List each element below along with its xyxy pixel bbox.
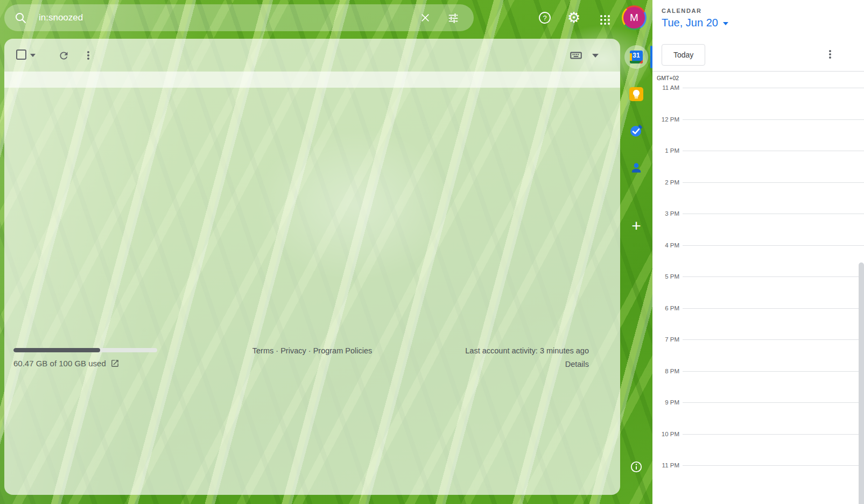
hour-label: 4 PM xyxy=(652,242,679,249)
hour-label: 9 PM xyxy=(652,399,679,406)
date-dropdown-caret xyxy=(723,22,728,25)
search-bar[interactable] xyxy=(4,4,474,31)
hour-label: 3 PM xyxy=(652,210,679,217)
hour-gridline xyxy=(683,182,864,183)
hour-label: 2 PM xyxy=(652,179,679,186)
clear-search-icon[interactable] xyxy=(415,7,436,29)
link-separator: · xyxy=(308,346,313,355)
hour-gridline xyxy=(683,214,864,214)
hour-gridline xyxy=(683,151,864,151)
activity-details-link[interactable]: Details xyxy=(565,360,589,368)
add-side-panel-app-button[interactable]: + xyxy=(624,214,648,238)
hour-label: 7 PM xyxy=(652,336,679,343)
more-options-icon[interactable] xyxy=(81,48,96,63)
empty-search-result-row xyxy=(4,72,620,88)
hour-label: 11 PM xyxy=(652,462,679,468)
storage-usage-text: 60.47 GB of 100 GB used xyxy=(13,359,106,368)
link-separator: · xyxy=(276,346,280,355)
hour-label: 1 PM xyxy=(652,147,679,154)
side-panel-info-icon[interactable] xyxy=(624,455,648,479)
select-dropdown-caret[interactable] xyxy=(30,54,36,57)
hour-gridline xyxy=(683,465,864,466)
svg-text:?: ? xyxy=(543,14,546,22)
hour-label: 10 PM xyxy=(652,431,679,437)
gmail-window: ? ⚙ M 60.47 GB of 100 GB xyxy=(0,0,864,504)
google-calendar-icon: 31 xyxy=(630,51,643,63)
mail-list-card: 60.47 GB of 100 GB used Terms · Privacy … xyxy=(4,39,620,495)
search-icon xyxy=(14,11,27,24)
storage-open-in-new-icon[interactable] xyxy=(110,359,120,368)
mail-toolbar xyxy=(4,39,620,72)
panel-scrollbar-thumb[interactable] xyxy=(859,262,864,504)
calendar-date-label: Tue, Jun 20 xyxy=(662,17,718,29)
google-tasks-icon xyxy=(629,123,644,138)
hour-label: 6 PM xyxy=(652,305,679,311)
panel-title: CALENDAR xyxy=(662,8,702,14)
keep-panel-icon[interactable] xyxy=(624,82,648,106)
calendar-options-kebab-icon[interactable] xyxy=(824,48,837,61)
privacy-link[interactable]: Privacy xyxy=(280,346,306,355)
calendar-panel-icon[interactable]: 31 xyxy=(624,45,648,69)
google-keep-icon xyxy=(629,87,643,101)
hour-gridline xyxy=(683,308,864,309)
hour-gridline xyxy=(683,119,864,120)
settings-gear-icon[interactable]: ⚙ xyxy=(563,7,585,29)
hour-gridline xyxy=(683,402,864,403)
hour-gridline xyxy=(683,371,864,372)
hour-gridline xyxy=(683,88,864,88)
timezone-box: GMT+02 xyxy=(652,72,691,85)
last-account-activity-text: Last account activity: 3 minutes ago xyxy=(465,346,589,355)
search-input[interactable] xyxy=(39,12,415,23)
side-panel-icon-strip: 31 + xyxy=(620,0,652,504)
hour-label: 5 PM xyxy=(652,273,679,280)
search-options-tune-icon[interactable] xyxy=(442,7,464,29)
hour-label: 11 AM xyxy=(652,84,679,91)
google-apps-grid-icon[interactable] xyxy=(592,7,614,29)
google-contacts-icon xyxy=(629,161,643,175)
program-policies-link[interactable]: Program Policies xyxy=(313,346,373,355)
timezone-label: GMT+02 xyxy=(657,75,679,81)
calendar-date-selector[interactable]: Tue, Jun 20 xyxy=(662,17,728,29)
contacts-panel-icon[interactable] xyxy=(624,156,648,180)
refresh-icon[interactable] xyxy=(56,48,71,63)
terms-link[interactable]: Terms xyxy=(252,346,273,355)
input-tools-caret[interactable] xyxy=(592,54,599,58)
hour-gridline xyxy=(683,276,864,277)
input-tools-keyboard-icon[interactable] xyxy=(568,48,584,63)
hour-label: 12 PM xyxy=(652,116,679,123)
hour-gridline xyxy=(683,434,864,435)
tasks-panel-icon[interactable] xyxy=(624,119,648,143)
calendar-side-panel: CALENDAR Tue, Jun 20 Today 11 AM xyxy=(652,0,864,504)
help-icon[interactable]: ? xyxy=(534,7,556,29)
hour-gridline xyxy=(683,245,864,246)
hour-label: 8 PM xyxy=(652,368,679,374)
today-button[interactable]: Today xyxy=(662,44,705,66)
hour-gridline xyxy=(683,339,864,340)
select-all-checkbox[interactable] xyxy=(16,49,26,60)
